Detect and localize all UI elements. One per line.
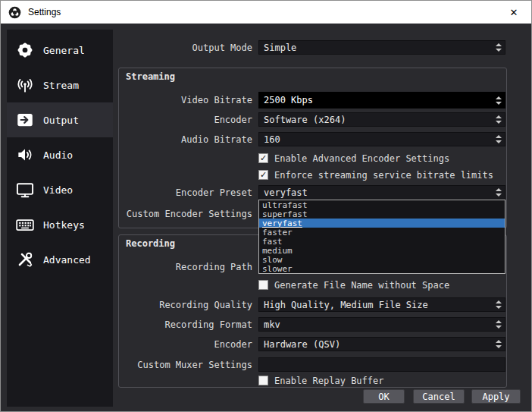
enforce-limits-row: ✓ Enforce streaming service bitrate limi… [1,169,531,181]
output-mode-row: Output Mode Simple [1,40,531,55]
settings-body: General Stream [1,24,531,411]
video-bitrate-input[interactable]: 2500 Kbps [258,92,505,109]
dropdown-option-slower[interactable]: slower [259,264,505,273]
combo-arrows-icon [496,338,502,351]
recording-encoder-row: Encoder Hardware (QSV) [1,337,531,351]
audio-bitrate-select[interactable]: 160 [258,132,505,146]
titlebar: Settings ✕ [1,1,531,24]
recording-format-select[interactable]: mkv [258,317,505,332]
encoder-preset-value: veryfast [264,187,308,198]
recording-encoder-value: Hardware (QSV) [264,339,340,350]
custom-muxer-input[interactable] [258,357,505,372]
encoder-preset-select[interactable]: veryfast [258,185,505,200]
dropdown-option-slow[interactable]: slow [259,255,505,264]
cancel-button[interactable]: Cancel [413,389,465,404]
audio-bitrate-row: Audio Bitrate 160 [1,132,531,146]
enable-replay-buffer-checkbox[interactable]: Enable Replay Buffer [258,375,384,386]
stream-encoder-row: Encoder Software (x264) [1,112,531,127]
obs-logo-icon [8,6,21,19]
sidebar-item-label: Stream [43,80,79,91]
recording-quality-select[interactable]: High Quality, Medium File Size [258,297,505,312]
recording-format-label: Recording Format [119,317,252,332]
checkbox-checked-icon: ✓ [258,153,268,163]
video-bitrate-value: 2500 Kbps [264,95,313,105]
dropdown-option-medium[interactable]: medium [259,246,505,255]
custom-muxer-label: Custom Muxer Settings [119,357,252,372]
dropdown-option-fast[interactable]: fast [259,237,505,246]
stream-encoder-value: Software (x264) [264,115,346,125]
enforce-bitrate-limits-checkbox[interactable]: ✓ Enforce streaming service bitrate limi… [258,169,493,181]
generate-no-space-checkbox[interactable]: Generate File Name without Space [258,279,449,291]
combo-arrows-icon [496,133,502,146]
audio-bitrate-value: 160 [264,134,280,145]
output-mode-select[interactable]: Simple [258,40,505,55]
combo-arrows-icon [496,41,502,54]
spinbox-arrows-icon [496,93,502,108]
stream-encoder-label: Encoder [119,112,252,127]
dropdown-option-ultrafast[interactable]: ultrafast [259,200,505,209]
recording-quality-row: Recording Quality High Quality, Medium F… [1,297,531,312]
recording-encoder-select[interactable]: Hardware (QSV) [258,337,505,351]
checkbox-label: Enforce streaming service bitrate limits [274,170,493,181]
encoder-preset-row: Encoder Preset veryfast [1,185,531,200]
stream-encoder-select[interactable]: Software (x264) [258,112,505,127]
audio-bitrate-label: Audio Bitrate [119,132,252,146]
checkbox-checked-icon: ✓ [258,170,268,180]
combo-arrows-icon [496,113,502,126]
output-mode-value: Simple [264,42,296,53]
apply-button[interactable]: Apply [471,389,521,404]
ok-button[interactable]: OK [363,389,405,404]
checkbox-label: Generate File Name without Space [274,280,449,291]
recording-format-value: mkv [264,319,280,330]
recording-path-label: Recording Path [119,259,252,274]
recording-format-row: Recording Format mkv [1,317,531,332]
recording-quality-value: High Quality, Medium File Size [264,300,428,310]
dropdown-option-faster[interactable]: faster [259,228,505,237]
checkbox-unchecked-icon [258,280,268,290]
combo-arrows-icon [496,298,502,311]
window-title: Settings [28,7,61,17]
dropdown-option-veryfast[interactable]: veryfast [259,219,505,228]
enable-replay-row: Enable Replay Buffer [1,375,531,386]
settings-window: Settings ✕ General [0,0,532,412]
dropdown-option-superfast[interactable]: superfast [259,209,505,219]
custom-muxer-row: Custom Muxer Settings [1,357,531,372]
custom-encoder-settings-label: Custom Encoder Settings [119,206,252,221]
video-bitrate-label: Video Bitrate [119,92,252,109]
encoder-preset-label: Encoder Preset [119,185,252,200]
checkbox-label: Enable Advanced Encoder Settings [274,153,449,164]
checkbox-unchecked-icon [258,376,268,385]
encoder-preset-dropdown: ultrafast superfast veryfast faster fast… [258,200,505,274]
recording-quality-label: Recording Quality [119,297,252,312]
close-button[interactable]: ✕ [504,7,524,18]
advanced-encoder-row: ✓ Enable Advanced Encoder Settings [1,153,531,164]
combo-arrows-icon [496,186,502,199]
enable-advanced-encoder-checkbox[interactable]: ✓ Enable Advanced Encoder Settings [258,153,449,164]
combo-arrows-icon [496,318,502,331]
recording-group-title: Recording [126,238,175,249]
checkbox-label: Enable Replay Buffer [274,376,384,386]
generate-no-space-row: Generate File Name without Space [1,279,531,291]
streaming-group-title: Streaming [126,71,175,82]
output-mode-label: Output Mode [119,40,252,55]
recording-encoder-label: Encoder [119,337,252,351]
video-bitrate-row: Video Bitrate 2500 Kbps [1,92,531,109]
